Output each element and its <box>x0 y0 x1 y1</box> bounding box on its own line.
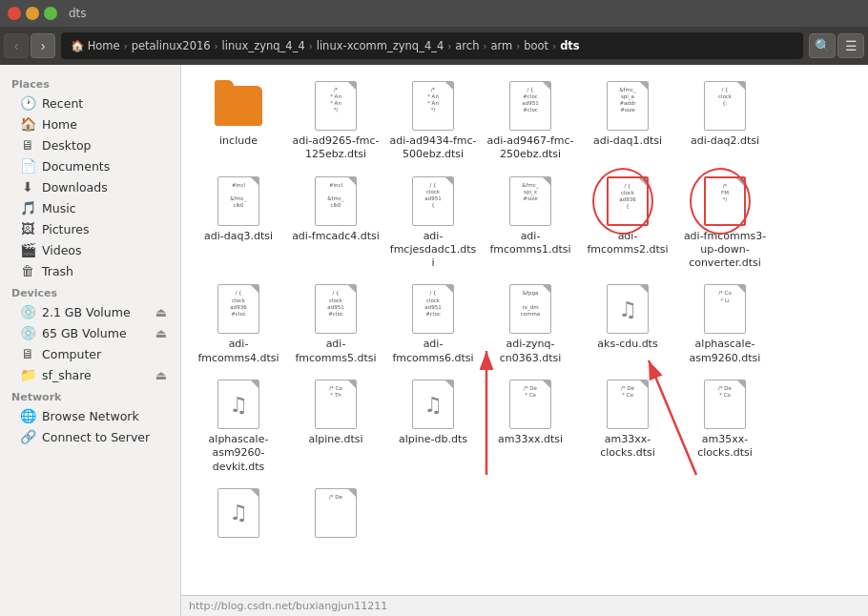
file-item-adi-fmcomms5[interactable]: / {clockad951#cloc adi-fmcomms5.dtsi <box>288 277 383 371</box>
sidebar-item-desktop[interactable]: 🖥 Desktop <box>4 134 176 155</box>
sidebar-item-label-browse-network: Browse Network <box>42 409 139 423</box>
text-file-icon: /* De* Co <box>607 380 649 429</box>
adi-fmcomms5-icon-wrap: / {clockad951#cloc <box>310 283 362 335</box>
alpine-icon-wrap: /* Co* Th <box>310 379 362 430</box>
am33xx-icon-wrap: /* De* Co <box>505 379 556 430</box>
alphascale-asm9260-label: alphascale-asm9260.dtsi <box>681 338 769 365</box>
extra-text-icon-wrap: /* De <box>310 487 362 539</box>
bc-arch[interactable]: arch <box>451 32 483 59</box>
file-item-adi-fmcomms1[interactable]: &fmc_spi_x#size adi-fmcomms1.dtsi <box>483 170 578 277</box>
file-item-am33xx[interactable]: /* De* Co am33xx.dtsi <box>483 373 578 480</box>
minimize-button[interactable] <box>26 7 39 20</box>
file-item-adi-ad9265[interactable]: /** An* An*/ adi-ad9265-fmc-125ebz.dtsi <box>288 74 383 168</box>
trash-icon: 🗑 <box>19 263 36 278</box>
adi-fmcomms4-icon-wrap: / {clockad936#cloc <box>213 283 264 335</box>
adi-fmcomms3-label: adi-fmcomms3-up-down-converter.dtsi <box>681 230 769 271</box>
file-item-adi-fmcomms3[interactable]: /*FM*/ adi-fmcomms3-up-down-converter.dt… <box>677 170 773 277</box>
adi-ad9434-label: adi-ad9434-fmc-500ebz.dtsi <box>389 134 477 162</box>
sidebar-item-downloads[interactable]: ⬇ Downloads <box>4 176 176 197</box>
places-label: Places <box>0 72 180 92</box>
file-item-am35xx-clocks[interactable]: /* De* Co am35xx-clocks.dtsi <box>677 373 773 480</box>
sidebar-item-browse-network[interactable]: 🌐 Browse Network <box>4 405 176 426</box>
adi-daq1-icon-wrap: &fmc_spi_a#addr#size <box>602 80 653 132</box>
bc-linux-xcomm[interactable]: linux-xcomm_zynq_4_4 <box>313 32 448 59</box>
bc-linux-zynq[interactable]: linux_zynq_4_4 <box>218 32 309 59</box>
sidebar-item-documents[interactable]: 📄 Documents <box>4 155 176 176</box>
back-button[interactable]: ‹ <box>4 33 29 58</box>
bc-dts[interactable]: dts <box>556 32 584 59</box>
eject-65gb-button[interactable]: ⏏ <box>154 326 169 340</box>
computer-icon: 🖥 <box>19 346 36 361</box>
sidebar-item-label-documents: Documents <box>42 159 110 174</box>
alphascale-devkit-icon-wrap: ♫ <box>213 379 264 430</box>
sidebar-item-computer[interactable]: 🖥 Computer <box>4 343 176 364</box>
bc-boot[interactable]: boot <box>520 32 552 59</box>
file-item-adi-ad9467[interactable]: / {#clocad951#cloc adi-ad9467-fmc-250ebz… <box>483 74 578 168</box>
documents-icon: 📄 <box>19 158 36 174</box>
bc-home[interactable]: 🏠 Home <box>67 32 124 59</box>
file-item-extra-text[interactable]: /* De <box>288 482 383 547</box>
file-item-am33xx-clocks[interactable]: /* De* Co am33xx-clocks.dtsi <box>580 373 675 480</box>
file-item-adi-daq2[interactable]: / {clock{: adi-daq2.dtsi <box>677 74 773 168</box>
sidebar-item-trash[interactable]: 🗑 Trash <box>4 260 176 281</box>
music-note-icon: ♫ <box>229 393 248 417</box>
adi-fmcomms2-icon-wrap: / {clockad936{ <box>602 175 653 227</box>
alphascale-asm9260-icon-wrap: /* Co* Li <box>699 283 751 335</box>
file-item-adi-daq3[interactable]: #incl&fmc_clk0 adi-daq3.dtsi <box>191 170 286 277</box>
music-file-icon: ♫ <box>412 380 454 429</box>
text-file-icon: / {clockad951{ <box>412 176 454 226</box>
adi-ad9265-icon-wrap: /** An* An*/ <box>310 80 362 132</box>
sidebar-item-home[interactable]: 🏠 Home <box>4 113 176 134</box>
titlebar-buttons[interactable] <box>8 7 57 20</box>
network-label: Network <box>0 385 180 405</box>
text-file-icon: / {#clocad951#cloc <box>509 81 551 131</box>
search-button[interactable]: 🔍 <box>809 33 836 58</box>
file-item-alpine-db[interactable]: ♫ alpine-db.dts <box>385 373 481 480</box>
sidebar-item-music[interactable]: 🎵 Music <box>4 197 176 218</box>
music-note-icon: ♫ <box>618 298 637 321</box>
statusbar-url: http://blog.csdn.net/buxiangjun11211 <box>189 600 387 612</box>
file-item-adi-fmcomms2[interactable]: / {clockad936{ adi-fmcomms2.dtsi <box>580 170 675 277</box>
close-button[interactable] <box>8 7 21 20</box>
sidebar-item-label-sf-share: sf_share <box>42 368 92 382</box>
file-item-adi-fmcomms4[interactable]: / {clockad936#cloc adi-fmcomms4.dtsi <box>191 277 286 371</box>
adi-fmcomms1-label: adi-fmcomms1.dtsi <box>486 230 574 257</box>
sidebar-item-connect-server[interactable]: 🔗 Connect to Server <box>4 426 176 447</box>
file-item-adi-zynq-cn0363[interactable]: &fpgarx_dmcomma adi-zynq-cn0363.dtsi <box>483 277 578 371</box>
sidebar-item-volume-65gb[interactable]: 💿 65 GB Volume ⏏ <box>4 322 176 343</box>
sidebar-item-volume-2gb[interactable]: 💿 2.1 GB Volume ⏏ <box>4 301 176 322</box>
sidebar-item-videos[interactable]: 🎬 Videos <box>4 239 176 260</box>
eject-2gb-button[interactable]: ⏏ <box>154 305 169 319</box>
sidebar-item-recent[interactable]: 🕐 Recent <box>4 92 176 113</box>
sidebar-item-sf-share[interactable]: 📁 sf_share ⏏ <box>4 364 176 385</box>
file-item-adi-ad9434[interactable]: /** An* An*/ adi-ad9434-fmc-500ebz.dtsi <box>385 74 481 168</box>
file-item-include[interactable]: include <box>191 74 286 168</box>
forward-button[interactable]: › <box>31 33 55 58</box>
sidebar-item-pictures[interactable]: 🖼 Pictures <box>4 218 176 239</box>
file-item-alpine[interactable]: /* Co* Th alpine.dtsi <box>288 373 383 480</box>
file-item-adi-fmcomms6[interactable]: / {clockad951#cloc adi-fmcomms6.dtsi <box>385 277 481 371</box>
sidebar-item-label-pictures: Pictures <box>42 222 90 236</box>
file-item-alphascale-asm9260-devkit[interactable]: ♫ alphascale-asm9260-devkit.dts <box>191 373 286 480</box>
text-file-icon: /* Co* Li <box>704 284 746 334</box>
adi-fmcomms3-icon-wrap: /*FM*/ <box>699 175 751 227</box>
text-file-icon: / {clockad936{ <box>607 176 649 226</box>
view-options-button[interactable]: ☰ <box>837 33 864 58</box>
eject-sf-button[interactable]: ⏏ <box>154 368 169 382</box>
text-file-icon: / {clockad951#cloc <box>315 284 357 334</box>
adi-daq3-label: adi-daq3.dtsi <box>204 230 273 243</box>
file-item-extra-music[interactable]: ♫ <box>191 482 286 547</box>
maximize-button[interactable] <box>44 7 57 20</box>
text-file-icon: /* De* Co <box>704 380 746 429</box>
bc-petalinux[interactable]: petalinux2016 <box>128 32 215 59</box>
file-item-alphascale-asm9260[interactable]: /* Co* Li alphascale-asm9260.dtsi <box>677 277 773 371</box>
music-file-icon: ♫ <box>217 488 259 538</box>
bc-arm[interactable]: arm <box>486 32 516 59</box>
file-item-adi-fmcjesdadc1[interactable]: / {clockad951{ adi-fmcjesdadc1.dtsi <box>385 170 481 277</box>
file-item-adi-daq1[interactable]: &fmc_spi_a#addr#size adi-daq1.dtsi <box>580 74 675 168</box>
alpine-db-icon-wrap: ♫ <box>407 379 459 430</box>
window-title: dts <box>69 7 87 20</box>
home-icon: 🏠 <box>19 116 36 132</box>
file-item-adi-fmcadc4[interactable]: #incl&fmc_clk0 adi-fmcadc4.dtsi <box>288 170 383 277</box>
file-item-aks-cdu[interactable]: ♫ aks-cdu.dts <box>580 277 675 371</box>
